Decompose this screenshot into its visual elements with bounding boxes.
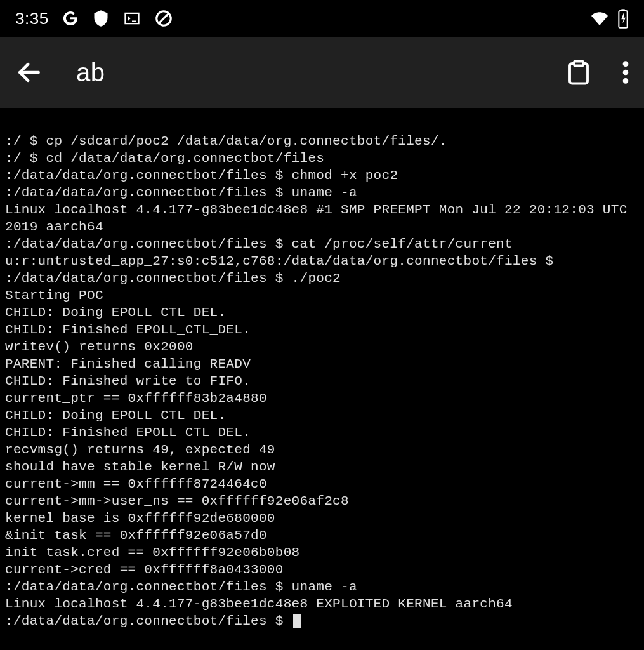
svg-point-6 <box>623 61 629 67</box>
terminal-output[interactable]: :/ $ cp /sdcard/poc2 /data/data/org.conn… <box>0 108 644 630</box>
shield-icon <box>92 9 110 28</box>
terminal-line: kernel base is 0xffffff92de680000 <box>5 510 639 527</box>
terminal-line: :/ $ cp /sdcard/poc2 /data/data/org.conn… <box>5 133 639 150</box>
google-icon <box>62 10 79 27</box>
terminal-line: CHILD: Finished write to FIFO. <box>5 373 639 390</box>
svg-point-7 <box>623 70 629 76</box>
terminal-icon <box>122 10 141 27</box>
status-bar-right <box>589 8 629 29</box>
terminal-line: current_ptr == 0xffffff83b2a4880 <box>5 390 639 407</box>
terminal-line: :/data/data/org.connectbot/files $ cat /… <box>5 235 639 253</box>
terminal-line: :/data/data/org.connectbot/files $ chmod… <box>5 167 639 184</box>
app-bar: ab <box>0 37 644 108</box>
app-bar-right <box>565 58 629 86</box>
terminal-line: &init_task == 0xffffff92e06a57d0 <box>5 527 639 544</box>
terminal-line: u:r:untrusted_app_27:s0:c512,c768:/data/… <box>5 253 639 270</box>
terminal-line: CHILD: Finished EPOLL_CTL_DEL. <box>5 424 639 441</box>
terminal-line: init_task.cred == 0xffffff92e06b0b08 <box>5 544 639 561</box>
terminal-line: Linux localhost 4.4.177-g83bee1dc48e8 #1… <box>5 201 639 235</box>
terminal-line: PARENT: Finished calling READV <box>5 355 639 373</box>
clipboard-button[interactable] <box>565 58 592 86</box>
terminal-line: CHILD: Doing EPOLL_CTL_DEL. <box>5 407 639 424</box>
terminal-line: current->mm == 0xffffff8724464c0 <box>5 475 639 493</box>
status-bar: 3:35 <box>0 0 644 37</box>
terminal-cursor <box>293 614 301 628</box>
wifi-icon <box>589 10 610 27</box>
svg-line-1 <box>158 13 168 23</box>
terminal-line: CHILD: Doing EPOLL_CTL_DEL. <box>5 304 639 321</box>
terminal-line: recvmsg() returns 49, expected 49 <box>5 441 639 458</box>
terminal-line: current->mm->user_ns == 0xffffff92e06af2… <box>5 493 639 510</box>
more-options-button[interactable] <box>622 60 629 85</box>
svg-rect-3 <box>621 9 624 11</box>
battery-charging-icon <box>617 8 629 29</box>
terminal-line: writev() returns 0x2000 <box>5 338 639 355</box>
terminal-line: :/data/data/org.connectbot/files $ ./poc… <box>5 270 639 287</box>
terminal-line: Starting POC <box>5 287 639 304</box>
terminal-line: :/ $ cd /data/data/org.connectbot/files <box>5 150 639 167</box>
svg-point-8 <box>623 78 629 84</box>
back-button[interactable] <box>15 58 43 86</box>
terminal-line: :/data/data/org.connectbot/files $ uname… <box>5 578 639 595</box>
terminal-line: CHILD: Finished EPOLL_CTL_DEL. <box>5 321 639 338</box>
terminal-line: Linux localhost 4.4.177-g83bee1dc48e8 EX… <box>5 595 639 613</box>
terminal-line: current->cred == 0xffffff8a0433000 <box>5 561 639 578</box>
terminal-line: should have stable kernel R/W now <box>5 458 639 475</box>
terminal-line: :/data/data/org.connectbot/files $ uname… <box>5 184 639 201</box>
no-sign-icon <box>154 9 173 28</box>
app-bar-left: ab <box>15 58 105 87</box>
terminal-line: :/data/data/org.connectbot/files $ <box>5 613 639 630</box>
svg-rect-5 <box>574 62 583 66</box>
status-bar-left: 3:35 <box>15 9 173 29</box>
app-title: ab <box>76 58 105 87</box>
clock: 3:35 <box>15 9 49 29</box>
